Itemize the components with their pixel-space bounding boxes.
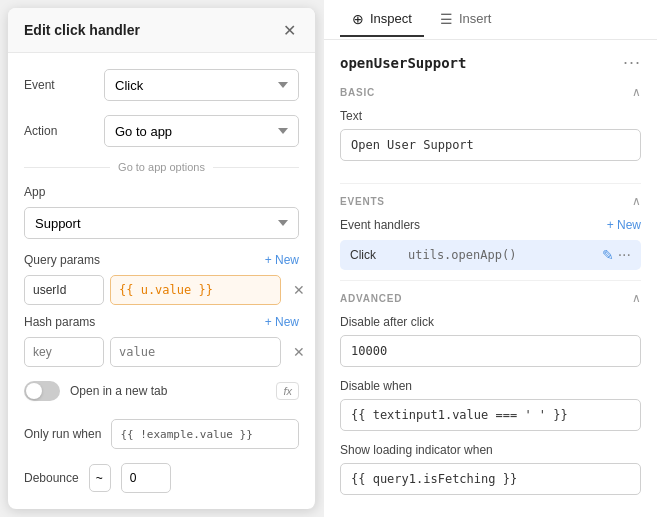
action-row: Action Go to app [24, 115, 299, 147]
divider-2 [340, 280, 641, 281]
only-run-row: Only run when [24, 419, 299, 449]
debounce-mode-select[interactable]: ~ [89, 464, 111, 492]
hash-param-value[interactable] [110, 337, 281, 367]
query-param-key[interactable] [24, 275, 104, 305]
insert-icon: ☰ [440, 11, 453, 27]
only-run-input[interactable] [111, 419, 299, 449]
tab-inspect-label: Inspect [370, 11, 412, 26]
action-select[interactable]: Go to app [104, 115, 299, 147]
action-label: Action [24, 124, 94, 138]
event-actions: ✎ ··· [602, 246, 631, 264]
query-param-value[interactable] [110, 275, 281, 305]
open-new-tab-label: Open in a new tab [70, 384, 167, 398]
component-name-row: openUserSupport ··· [340, 52, 641, 73]
disable-after-click-input[interactable] [340, 335, 641, 367]
hash-params-new[interactable]: + New [265, 315, 299, 329]
query-param-row: ✕ [24, 275, 299, 305]
event-handlers-label: Event handlers [340, 218, 420, 232]
advanced-section-title: ADVANCED [340, 293, 402, 304]
event-handler-click: Click utils.openApp() ✎ ··· [340, 240, 641, 270]
query-params-label: Query params [24, 253, 100, 267]
basic-section-toggle[interactable]: ∧ [632, 85, 641, 99]
right-panel: ⊕ Inspect ☰ Insert openUserSupport ··· B… [324, 0, 657, 517]
events-section-title: EVENTS [340, 196, 385, 207]
only-run-label: Only run when [24, 427, 101, 441]
advanced-section-toggle[interactable]: ∧ [632, 291, 641, 305]
query-param-delete[interactable]: ✕ [287, 278, 311, 302]
close-button[interactable]: ✕ [279, 20, 299, 40]
hash-params-label: Hash params [24, 315, 95, 329]
left-panel: Edit click handler ✕ Event Click Action … [8, 8, 316, 509]
hash-param-key[interactable] [24, 337, 104, 367]
event-handlers-row: Event handlers + New [340, 218, 641, 232]
event-type: Click [350, 248, 400, 262]
hash-params-header: Hash params + New [24, 315, 299, 329]
toggle-left: Open in a new tab [24, 381, 167, 401]
debounce-value-input[interactable] [121, 463, 171, 493]
advanced-section-header: ADVANCED ∧ [340, 291, 641, 305]
tab-insert-label: Insert [459, 11, 492, 26]
panel-header: Edit click handler ✕ [8, 8, 315, 53]
hash-param-row: ✕ [24, 337, 299, 367]
event-more-button[interactable]: ··· [618, 246, 631, 264]
section-divider: Go to app options [24, 161, 299, 173]
divider-1 [340, 183, 641, 184]
disable-when-label: Disable when [340, 379, 641, 393]
app-select[interactable]: Support [24, 207, 299, 239]
fx-button[interactable]: fx [276, 382, 299, 400]
right-body: openUserSupport ··· BASIC ∧ Text EVENTS … [324, 40, 657, 517]
basic-section-title: BASIC [340, 87, 375, 98]
event-label: Event [24, 78, 94, 92]
panel-title: Edit click handler [24, 22, 140, 38]
event-row: Event Click [24, 69, 299, 101]
events-section-toggle[interactable]: ∧ [632, 194, 641, 208]
events-section: EVENTS ∧ Event handlers + New Click util… [340, 194, 641, 270]
query-params-new[interactable]: + New [265, 253, 299, 267]
disable-when-input[interactable] [340, 399, 641, 431]
edit-icon[interactable]: ✎ [602, 247, 614, 263]
event-select[interactable]: Click [104, 69, 299, 101]
app-label: App [24, 185, 299, 199]
open-new-tab-toggle[interactable] [24, 381, 60, 401]
show-loading-label: Show loading indicator when [340, 443, 641, 457]
event-handlers-new[interactable]: + New [607, 218, 641, 232]
debounce-label: Debounce [24, 471, 79, 485]
tab-inspect[interactable]: ⊕ Inspect [340, 3, 424, 37]
hash-param-delete[interactable]: ✕ [287, 340, 311, 364]
text-prop-label: Text [340, 109, 641, 123]
advanced-section: ADVANCED ∧ Disable after click Disable w… [340, 291, 641, 507]
component-more-button[interactable]: ··· [623, 52, 641, 73]
text-prop-input[interactable] [340, 129, 641, 161]
event-code: utils.openApp() [408, 248, 594, 262]
right-header: ⊕ Inspect ☰ Insert [324, 0, 657, 40]
basic-section-header: BASIC ∧ [340, 85, 641, 99]
show-loading-input[interactable] [340, 463, 641, 495]
events-section-header: EVENTS ∧ [340, 194, 641, 208]
query-params-header: Query params + New [24, 253, 299, 267]
inspect-icon: ⊕ [352, 11, 364, 27]
open-new-tab-row: Open in a new tab fx [24, 377, 299, 405]
panel-body: Event Click Action Go to app Go to app o… [8, 53, 315, 509]
debounce-row: Debounce ~ [24, 463, 299, 493]
disable-after-click-label: Disable after click [340, 315, 641, 329]
component-name: openUserSupport [340, 55, 466, 71]
tab-insert[interactable]: ☰ Insert [428, 3, 504, 37]
